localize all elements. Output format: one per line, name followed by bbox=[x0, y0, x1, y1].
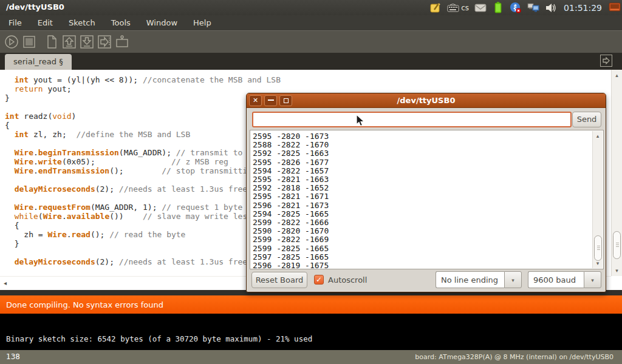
status-message: Done compiling. No syntax errors found bbox=[6, 300, 163, 309]
toolbar bbox=[0, 30, 622, 53]
serial-scrollbar[interactable]: ▴ ▾ bbox=[592, 131, 603, 268]
scrollbar-thumb[interactable] bbox=[613, 231, 621, 259]
new-sketch-icon[interactable] bbox=[43, 33, 60, 50]
serial-lines: 2595 -2820 -1673 2588 -2822 -1670 2592 -… bbox=[253, 132, 329, 269]
autoscroll-checkbox[interactable]: ✓ bbox=[314, 275, 324, 285]
save-icon[interactable] bbox=[78, 33, 95, 50]
menu-item-window[interactable]: Window bbox=[143, 17, 181, 29]
editor-vertical-scrollbar[interactable]: ▴ ▾ bbox=[611, 70, 622, 276]
serial-monitor-icon[interactable] bbox=[114, 33, 131, 50]
serial-titlebar[interactable]: ✕ /dev/ttyUSB0 bbox=[247, 93, 606, 108]
scroll-down-icon[interactable]: ▾ bbox=[612, 266, 622, 275]
chevron-down-icon[interactable]: ▾ bbox=[504, 271, 522, 288]
scroll-up-icon[interactable]: ▴ bbox=[612, 71, 622, 79]
autoscroll-label: Autoscroll bbox=[328, 275, 367, 285]
tab-serial-read[interactable]: serial_read § bbox=[5, 54, 72, 70]
bluetooth-icon[interactable] bbox=[510, 2, 522, 14]
footer-bar: 138 board: ATmega328P(A) @ 8 MHz (intern… bbox=[0, 350, 622, 364]
session-icon[interactable] bbox=[609, 2, 621, 14]
keyboard-layout-label[interactable]: cs bbox=[461, 4, 469, 12]
upload-icon[interactable] bbox=[96, 33, 113, 50]
menu-item-help[interactable]: Help bbox=[190, 17, 215, 29]
scrollbar-thumb[interactable] bbox=[594, 235, 602, 261]
status-bar: Done compiling. No syntax errors found bbox=[0, 295, 622, 314]
system-tray: cs 01:51:29 bbox=[429, 0, 621, 15]
board-info: board: ATmega328P(A) @ 8 MHz (internal) … bbox=[415, 353, 613, 361]
menu-item-tools[interactable]: Tools bbox=[108, 17, 134, 29]
menu-item-edit[interactable]: Edit bbox=[34, 17, 56, 29]
top-panel: /dev/ttyUSB0 cs 01:51: bbox=[0, 0, 622, 15]
mouse-cursor bbox=[356, 114, 367, 130]
mail-icon[interactable] bbox=[474, 2, 487, 14]
clock[interactable]: 01:51:29 bbox=[562, 3, 603, 13]
menu-bar: FileEditSketchToolsWindowHelp bbox=[0, 15, 622, 30]
serial-input[interactable] bbox=[252, 112, 572, 127]
console-message: Binary sketch size: 6542 bytes (of a 307… bbox=[6, 334, 312, 343]
line-number: 138 bbox=[6, 352, 20, 361]
console-output: Binary sketch size: 6542 bytes (of a 307… bbox=[0, 314, 622, 350]
keyboard-layout-icon[interactable] bbox=[447, 2, 459, 14]
network-icon[interactable] bbox=[527, 2, 539, 14]
stop-icon[interactable] bbox=[21, 33, 38, 50]
baud-rate-select[interactable]: 9600 baud ▾ bbox=[528, 271, 601, 288]
serial-controls: Reset Board ✓ Autoscroll No line ending … bbox=[247, 270, 606, 292]
open-icon[interactable] bbox=[61, 33, 78, 50]
screen: /dev/ttyUSB0 cs 01:51: bbox=[0, 0, 622, 364]
reset-board-button[interactable]: Reset Board bbox=[251, 272, 307, 288]
tab-menu-icon[interactable] bbox=[600, 55, 612, 67]
tab-bar: serial_read § bbox=[0, 53, 622, 70]
volume-icon[interactable] bbox=[545, 2, 557, 14]
scroll-left-arrow-icon[interactable]: ◂ bbox=[4, 280, 7, 286]
send-button[interactable]: Send bbox=[572, 112, 601, 127]
line-ending-value[interactable]: No line ending bbox=[436, 271, 504, 288]
serial-output[interactable]: 2595 -2820 -1673 2588 -2822 -1670 2592 -… bbox=[250, 130, 604, 269]
verify-icon[interactable] bbox=[3, 33, 20, 50]
line-ending-select[interactable]: No line ending ▾ bbox=[436, 271, 522, 288]
baud-rate-value[interactable]: 9600 baud bbox=[528, 271, 584, 288]
menu-item-sketch[interactable]: Sketch bbox=[65, 17, 99, 29]
serial-monitor-window: ✕ /dev/ttyUSB0 Send 2595 -2820 -1673 258… bbox=[246, 93, 606, 292]
menu-item-file[interactable]: File bbox=[5, 17, 26, 29]
battery-icon[interactable] bbox=[492, 2, 504, 14]
notes-icon[interactable] bbox=[429, 2, 442, 14]
chevron-down-icon[interactable]: ▾ bbox=[584, 271, 601, 288]
window-title: /dev/ttyUSB0 bbox=[6, 2, 64, 12]
scroll-up-icon[interactable]: ▴ bbox=[593, 132, 603, 140]
serial-window-title: /dev/ttyUSB0 bbox=[247, 96, 606, 105]
